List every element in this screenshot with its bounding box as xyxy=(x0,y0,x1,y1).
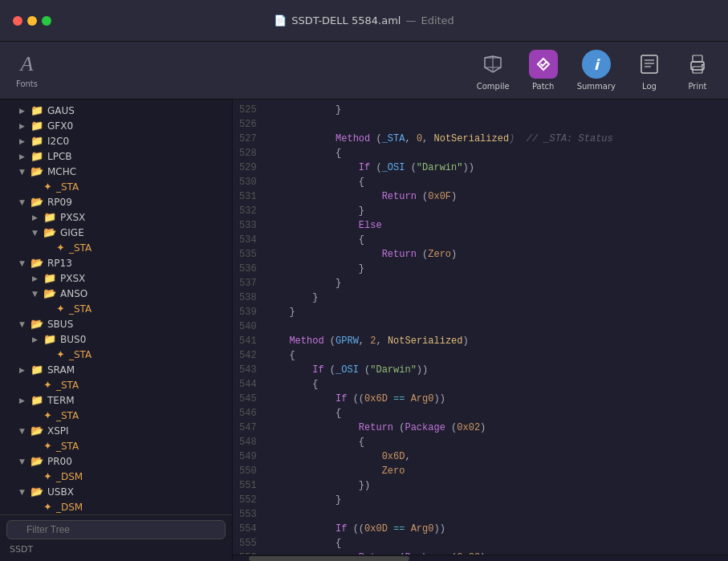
sidebar-item-mchc[interactable]: ▼📂 MCHC xyxy=(0,164,232,179)
patch-icon xyxy=(529,50,558,79)
sidebar-item-sbus[interactable]: ▼📂 SBUS xyxy=(0,316,232,331)
code-line-row: 539 } xyxy=(233,305,728,319)
code-content: If ((0x6D == Arg0)) xyxy=(266,392,728,406)
summary-label: Summary xyxy=(577,82,616,91)
search-wrap: 🔍 xyxy=(6,520,226,539)
line-number: 531 xyxy=(233,189,266,204)
code-content: If (_OSI ("Darwin")) xyxy=(266,161,728,175)
search-input[interactable] xyxy=(6,520,226,539)
compile-button[interactable]: Compile xyxy=(477,50,510,91)
main-area: ▶📁 GAUS▶📁 GFX0▶📁 I2C0▶📁 LPCB▼📂 MCHC✦ _ST… xyxy=(0,100,728,561)
line-number: 537 xyxy=(233,276,266,291)
code-content: { xyxy=(266,406,728,421)
sidebar-item-lpcb[interactable]: ▶📁 LPCB xyxy=(0,148,232,164)
sidebar-item-bus0-sta[interactable]: ✦ _STA xyxy=(0,347,232,362)
sidebar-item-term[interactable]: ▶📁 TERM xyxy=(0,392,232,408)
code-line-row: 541 Method (GPRW, 2, NotSerialized) xyxy=(233,334,728,348)
minimize-button[interactable] xyxy=(27,16,37,26)
sidebar-item-pxsx2[interactable]: ▶📁 PXSX xyxy=(0,270,232,286)
print-button[interactable]: Print xyxy=(683,50,712,91)
code-content: Zero xyxy=(266,464,728,478)
print-icon xyxy=(683,50,712,79)
code-content: If (_OSI ("Darwin")) xyxy=(266,363,728,377)
sidebar-item-sram-sta[interactable]: ✦ _STA xyxy=(0,377,232,392)
code-content: } xyxy=(266,276,728,291)
summary-button[interactable]: i Summary xyxy=(577,50,616,91)
code-line-row: 545 If ((0x6D == Arg0)) xyxy=(233,392,728,406)
tree-item-label: _DSM xyxy=(56,502,83,513)
code-content: { xyxy=(266,435,728,449)
line-number: 527 xyxy=(233,132,266,146)
close-button[interactable] xyxy=(13,16,22,26)
sidebar-item-term-sta[interactable]: ✦ _STA xyxy=(0,408,232,423)
sidebar-item-rp09[interactable]: ▼📂 RP09 xyxy=(0,194,232,209)
tree-item-label: TERM xyxy=(47,395,75,406)
sidebar-item-pr00-dsm[interactable]: ✦ _DSM xyxy=(0,469,232,484)
folder-icon: 📁 xyxy=(31,104,43,116)
patch-button[interactable]: Patch xyxy=(529,50,558,91)
folder-icon: 📂 xyxy=(31,486,43,498)
code-line-row: 530 { xyxy=(233,175,728,189)
line-number: 525 xyxy=(233,103,266,117)
sidebar-item-mchc-sta[interactable]: ✦ _STA xyxy=(0,179,232,194)
code-content: { xyxy=(266,146,728,161)
sidebar-item-bus0[interactable]: ▶📁 BUS0 xyxy=(0,331,232,347)
tree-arrow: ▶ xyxy=(19,396,27,404)
code-line-row: 532 } xyxy=(233,204,728,218)
tree-item-label: _DSM xyxy=(56,471,83,482)
sidebar: ▶📁 GAUS▶📁 GFX0▶📁 I2C0▶📁 LPCB▼📂 MCHC✦ _ST… xyxy=(0,100,233,561)
line-number: 554 xyxy=(233,522,266,536)
folder-icon: 📁 xyxy=(43,211,56,223)
code-content: } xyxy=(266,291,728,305)
fonts-icon: A xyxy=(21,52,34,76)
line-number: 530 xyxy=(233,175,266,189)
sidebar-item-usbx-dsm[interactable]: ✦ _DSM xyxy=(0,499,232,514)
code-line-row: 543 If (_OSI ("Darwin")) xyxy=(233,363,728,377)
log-icon xyxy=(635,50,664,79)
tree-arrow: ▼ xyxy=(19,488,27,496)
sidebar-item-sram[interactable]: ▶📁 SRAM xyxy=(0,362,232,377)
code-line-row: 553 xyxy=(233,507,728,522)
line-number: 552 xyxy=(233,493,266,507)
sidebar-item-anso-sta[interactable]: ✦ _STA xyxy=(0,301,232,316)
sidebar-item-gige[interactable]: ▼📂 GIGE xyxy=(0,225,232,240)
sidebar-item-gige-sta[interactable]: ✦ _STA xyxy=(0,240,232,255)
sidebar-item-pr00[interactable]: ▼📂 PR00 xyxy=(0,453,232,469)
code-line-row: 547 Return (Package (0x02) xyxy=(233,421,728,435)
line-number: 534 xyxy=(233,233,266,247)
sidebar-item-usbx[interactable]: ▼📂 USBX xyxy=(0,484,232,499)
ssdt-icon: ✦ xyxy=(43,409,52,421)
fonts-button[interactable]: A Fonts xyxy=(16,52,38,88)
code-line-row: 534 { xyxy=(233,233,728,247)
sidebar-item-xspi-sta[interactable]: ✦ _STA xyxy=(0,438,232,453)
sidebar-item-gaus[interactable]: ▶📁 GAUS xyxy=(0,103,232,118)
code-line-row: 550 Zero xyxy=(233,464,728,478)
code-content xyxy=(266,319,728,334)
sidebar-tree[interactable]: ▶📁 GAUS▶📁 GFX0▶📁 I2C0▶📁 LPCB▼📂 MCHC✦ _ST… xyxy=(0,100,232,514)
sidebar-item-anso[interactable]: ▼📂 ANSO xyxy=(0,286,232,301)
tree-arrow: ▶ xyxy=(32,213,40,222)
code-content: } xyxy=(266,493,728,507)
code-line-row: 527 Method (_STA, 0, NotSerialized) // _… xyxy=(233,132,728,146)
folder-icon: 📂 xyxy=(31,425,43,437)
code-scroll[interactable]: 525 }526 527 Method (_STA, 0, NotSeriali… xyxy=(233,100,728,555)
code-line-row: 554 If ((0x0D == Arg0)) xyxy=(233,522,728,536)
line-number: 536 xyxy=(233,262,266,276)
maximize-button[interactable] xyxy=(42,16,51,26)
log-button[interactable]: Log xyxy=(635,50,664,91)
sidebar-item-i2c0[interactable]: ▶📁 I2C0 xyxy=(0,133,232,148)
sidebar-item-gfx0[interactable]: ▶📁 GFX0 xyxy=(0,118,232,133)
line-number: 529 xyxy=(233,161,266,175)
tree-arrow: ▼ xyxy=(19,320,27,328)
scrollbar-thumb[interactable] xyxy=(249,556,409,561)
folder-icon: 📁 xyxy=(31,120,43,132)
horizontal-scrollbar[interactable] xyxy=(233,555,728,561)
tree-item-label: SRAM xyxy=(47,364,75,376)
code-line-row: 528 { xyxy=(233,146,728,161)
code-line-row: 533 Else xyxy=(233,218,728,233)
tree-arrow: ▼ xyxy=(19,168,27,176)
tree-item-label: _STA xyxy=(69,349,92,360)
sidebar-item-xspi[interactable]: ▼📂 XSPI xyxy=(0,423,232,438)
sidebar-item-rp13[interactable]: ▼📂 RP13 xyxy=(0,255,232,270)
sidebar-item-pxsx[interactable]: ▶📁 PXSX xyxy=(0,209,232,225)
